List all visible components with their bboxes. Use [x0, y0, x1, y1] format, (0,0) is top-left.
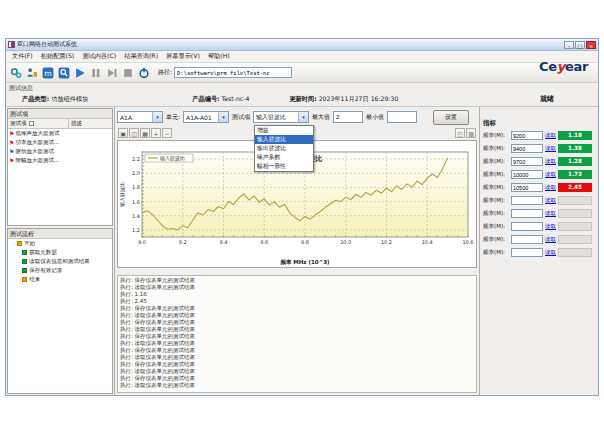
- user-setup-icon[interactable]: [25, 66, 39, 80]
- read-link[interactable]: 读取: [545, 210, 556, 217]
- test-item-row[interactable]: ⚑驱动放大器测试: [8, 147, 112, 156]
- search-icon[interactable]: [57, 66, 71, 80]
- flow-step[interactable]: ··获取元数据: [8, 248, 112, 257]
- config-gears-icon[interactable]: [9, 66, 23, 80]
- minimize-button[interactable]: –: [564, 41, 574, 49]
- dropdown-option[interactable]: 幅相一致性: [255, 162, 313, 171]
- apply-button[interactable]: 设置: [433, 110, 469, 125]
- window-title: 双口网络自动测试系统: [17, 40, 77, 49]
- log-line: 执行: 保存仪表单元的测试结果: [120, 319, 474, 326]
- dropdown-option[interactable]: 噪声系数: [255, 153, 313, 162]
- read-link[interactable]: 读取: [545, 158, 556, 165]
- menu-item[interactable]: 文件(F): [8, 52, 37, 61]
- tree-connector: ··: [18, 277, 21, 283]
- menu-item[interactable]: 测试内容(C): [78, 52, 120, 61]
- flag-icon: ⚑: [9, 138, 14, 147]
- metric-row: 频率(M):读取: [483, 194, 595, 207]
- result-value: 2.45: [558, 183, 592, 192]
- frequency-label: 频率(M):: [483, 184, 509, 191]
- test-item-row[interactable]: ⚑低噪声放大器测试: [8, 129, 112, 138]
- info-strip: 测试信息 产品类型: 功放组件模块产品编号: Test-nc-4更新时间: 20…: [6, 83, 598, 107]
- settings-icon[interactable]: ▨: [466, 128, 476, 138]
- frequency-input[interactable]: [511, 248, 543, 257]
- menu-item[interactable]: 屏幕显示(V): [162, 52, 204, 61]
- output-log[interactable]: 执行: 保存仪表单元的测试结果执行: 读取仪表单元的测试结果执行: 1.18执行…: [117, 275, 477, 393]
- log-line: 执行: 保存仪表单元的测试结果: [120, 347, 474, 354]
- frequency-input[interactable]: [511, 131, 543, 140]
- expand-icon[interactable]: ◰: [455, 128, 465, 138]
- metric-row: 频率(M):读取1.28: [483, 155, 595, 168]
- read-link[interactable]: 读取: [545, 236, 556, 243]
- zoom-in-icon[interactable]: +: [151, 128, 161, 138]
- log-line: 执行: 保存仪表单元的测试结果: [120, 333, 474, 340]
- svg-text:9.8: 9.8: [301, 239, 309, 245]
- filter-icon[interactable]: [29, 121, 34, 126]
- step-status-icon: [22, 268, 27, 273]
- dropdown-option[interactable]: 增益: [255, 126, 313, 135]
- maximize-button[interactable]: □: [575, 41, 585, 49]
- svg-text:9.2: 9.2: [179, 239, 187, 245]
- test-item-row[interactable]: ⚑功率放大器测试...: [8, 138, 112, 147]
- read-link[interactable]: 读取: [545, 249, 556, 256]
- max-value-input[interactable]: [333, 111, 363, 123]
- menu-item[interactable]: 帮助(H): [204, 52, 234, 61]
- read-link[interactable]: 读取: [545, 132, 556, 139]
- column-test-item[interactable]: 测试项: [8, 119, 69, 128]
- unit-combo[interactable]: A1A-A01▾: [183, 111, 229, 123]
- frequency-label: 频率(M):: [483, 249, 509, 256]
- svg-text:1.2: 1.2: [132, 227, 140, 233]
- read-link[interactable]: 读取: [545, 184, 556, 191]
- frequency-input[interactable]: [511, 235, 543, 244]
- stop-icon[interactable]: [121, 66, 135, 80]
- test-item-combo[interactable]: 输入驻波比▾: [253, 111, 309, 123]
- info-field: 产品编号: Test-nc-4: [192, 95, 249, 104]
- pause-icon[interactable]: [89, 66, 103, 80]
- tree-connector: ··: [18, 250, 21, 256]
- menu-item[interactable]: 初始配置(S): [37, 52, 79, 61]
- read-link[interactable]: 读取: [545, 197, 556, 204]
- chevron-down-icon: ▾: [218, 112, 228, 122]
- power-icon[interactable]: [137, 66, 151, 80]
- menu-item[interactable]: 结果查询(R): [120, 52, 162, 61]
- step-status-icon: [17, 241, 22, 246]
- dropdown-option[interactable]: 输入驻波比: [255, 135, 313, 144]
- run-icon[interactable]: [73, 66, 87, 80]
- frequency-input[interactable]: [511, 170, 543, 179]
- flow-step[interactable]: ··读取仪表信息和测试结果: [8, 257, 112, 266]
- device-combo[interactable]: A1A▾: [117, 111, 163, 123]
- save-icon[interactable]: ▣: [118, 128, 128, 138]
- main-area: A1A▾ 单元: A1A-A01▾ 测试项 输入驻波比▾ 最大值 最小值 设置: [115, 107, 479, 395]
- dropdown-option[interactable]: 输出驻波比: [255, 144, 313, 153]
- frequency-input[interactable]: [511, 196, 543, 205]
- zoom-out-icon[interactable]: −: [162, 128, 172, 138]
- grid-icon[interactable]: ▦: [140, 128, 150, 138]
- info-tab-label: 测试信息: [6, 83, 598, 93]
- min-value-input[interactable]: [387, 111, 417, 123]
- step-status-icon: [22, 277, 27, 282]
- svg-text:输入驻波比: 输入驻波比: [160, 155, 185, 162]
- frequency-input[interactable]: [511, 209, 543, 218]
- flow-step[interactable]: ··保存有效记录: [8, 266, 112, 275]
- frequency-input[interactable]: [511, 183, 543, 192]
- unit-label: 单元:: [166, 113, 180, 122]
- test-item-row[interactable]: ⚑限幅放大器测试...: [8, 156, 112, 165]
- read-link[interactable]: 读取: [545, 223, 556, 230]
- metric-row: 频率(M):读取: [483, 246, 595, 259]
- close-button[interactable]: ×: [586, 41, 596, 49]
- flow-step[interactable]: ··开始: [8, 239, 112, 248]
- read-link[interactable]: 读取: [545, 171, 556, 178]
- frequency-input[interactable]: [511, 144, 543, 153]
- frequency-input[interactable]: [511, 157, 543, 166]
- log-line: 执行: 读取仪表单元的测试结果: [120, 312, 474, 319]
- measure-icon[interactable]: m: [41, 66, 55, 80]
- svg-text:9.4: 9.4: [220, 239, 228, 245]
- path-input[interactable]: [174, 67, 292, 78]
- column-description[interactable]: 描述: [69, 119, 112, 128]
- read-link[interactable]: 读取: [545, 145, 556, 152]
- path-label: 路径:: [158, 68, 172, 77]
- step-icon[interactable]: [105, 66, 119, 80]
- log-line: 执行: 1.18: [120, 291, 474, 298]
- flow-step[interactable]: ··结束: [8, 275, 112, 284]
- frequency-input[interactable]: [511, 222, 543, 231]
- copy-icon[interactable]: ◫: [129, 128, 139, 138]
